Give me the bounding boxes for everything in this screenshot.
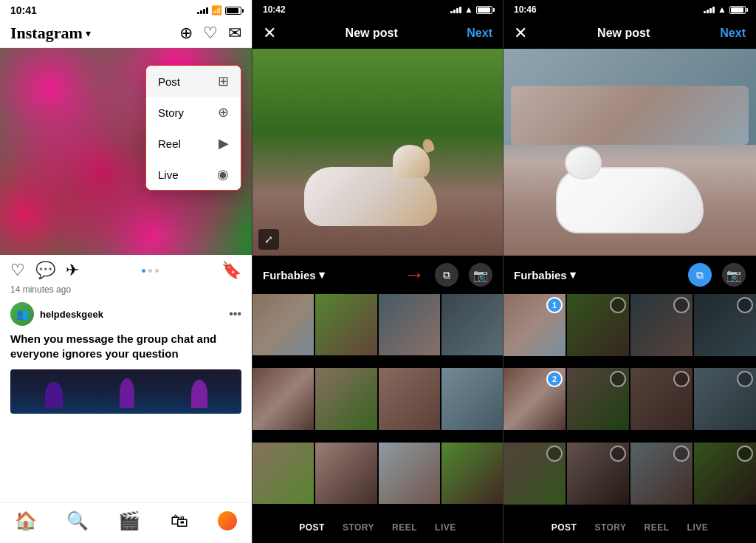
user-avatar: 👥: [10, 302, 34, 326]
gallery-cell-3-1[interactable]: 1: [504, 294, 566, 356]
gallery-cell-3-8[interactable]: [694, 368, 756, 430]
messenger-icon[interactable]: ✉: [228, 24, 241, 43]
gallery-controls-3: Furbabies ▾ ⧉ 📷: [504, 256, 756, 294]
multi-select-icon-2[interactable]: ⧉: [435, 263, 458, 287]
nav-shop-icon[interactable]: 🛍: [171, 510, 188, 531]
select-circle-2: [610, 297, 626, 313]
gallery-tabs-3: POST STORY REEL LIVE: [504, 515, 756, 543]
tab-post-3[interactable]: POST: [551, 522, 577, 533]
gallery-cell-3-12[interactable]: [694, 443, 756, 505]
gallery-cell-3-5[interactable]: 2: [504, 368, 566, 430]
signal-icon-2: [450, 6, 461, 13]
dog-body-2: [556, 167, 704, 233]
gallery-cell-4[interactable]: [441, 294, 503, 355]
story-label: Story: [158, 106, 184, 119]
wifi-icon-3: ▲: [718, 4, 726, 15]
gallery-cell-3-9[interactable]: [504, 443, 566, 505]
select-circle-9: [546, 445, 563, 462]
tab-live-2[interactable]: LIVE: [435, 522, 456, 533]
gallery-cell-3-10[interactable]: [567, 443, 629, 505]
select-badge-2: 2: [546, 371, 563, 387]
nav-home-icon[interactable]: 🏠: [15, 510, 37, 531]
gallery-cell-2[interactable]: [315, 294, 377, 355]
preview-image-2: ⤢: [252, 49, 503, 256]
battery-icon-2: [476, 6, 492, 14]
multi-select-icon-3[interactable]: ⧉: [688, 263, 712, 287]
gallery-cell-3[interactable]: [379, 294, 440, 355]
nav-reels-icon[interactable]: 🎬: [118, 510, 140, 531]
expand-button-2[interactable]: ⤢: [258, 229, 279, 250]
nav-search-icon[interactable]: 🔍: [66, 510, 89, 531]
dropdown-post[interactable]: Post ⊞: [146, 66, 241, 97]
tab-post-2[interactable]: POST: [299, 522, 325, 533]
gallery-cell-3-2[interactable]: [567, 294, 629, 356]
bottom-navigation: 🏠 🔍 🎬 🛍: [0, 502, 252, 543]
tab-reel-2[interactable]: REEL: [392, 522, 417, 533]
album-selector-3[interactable]: Furbabies ▾: [514, 268, 576, 281]
select-circle-7: [673, 371, 690, 387]
status-bar-2: 10:42 ▲: [252, 0, 503, 18]
share-icon[interactable]: ✈: [66, 261, 79, 280]
close-button-3[interactable]: ✕: [514, 24, 527, 43]
live-icon: ◉: [217, 166, 229, 182]
gallery-cell-8[interactable]: [441, 368, 503, 429]
tab-story-3[interactable]: STORY: [594, 522, 626, 533]
add-post-icon[interactable]: ⊕: [179, 24, 193, 43]
gallery-cell-3-7[interactable]: [630, 368, 693, 430]
gallery-cell-3-11[interactable]: [630, 443, 693, 505]
select-circle-10: [610, 445, 626, 462]
gallery-cell-12[interactable]: [441, 443, 503, 504]
figure-2: [120, 378, 134, 408]
comment-icon[interactable]: 💬: [35, 261, 55, 280]
gallery-cell-6[interactable]: [315, 368, 377, 429]
phone-new-post-single: 10:42 ▲ ✕ New post Next: [252, 0, 504, 543]
tab-live-3[interactable]: LIVE: [687, 522, 709, 533]
album-selector-2[interactable]: Furbabies ▾: [263, 268, 325, 281]
story-icon: ⊕: [218, 104, 229, 120]
gallery-grid-2: [252, 294, 503, 515]
user-info: 👥 helpdeskgeek: [10, 302, 103, 326]
more-options-icon[interactable]: •••: [229, 307, 241, 321]
nav-profile-avatar[interactable]: [218, 511, 237, 530]
dot-1: [142, 269, 145, 273]
new-post-title-2: New post: [346, 27, 398, 40]
tab-story-2[interactable]: STORY: [343, 522, 374, 533]
wifi-icon: 📶: [211, 5, 222, 16]
gallery-cell-3-4[interactable]: [694, 294, 756, 356]
dark-screen-2: 10:42 ▲ ✕ New post Next: [252, 0, 503, 543]
gallery-cell-11[interactable]: [379, 443, 440, 504]
gallery-cell-10[interactable]: [315, 443, 377, 504]
status-bar-3: 10:46 ▲: [504, 0, 756, 18]
select-circle-3: [673, 297, 690, 313]
gallery-right-icons-2: → ⧉ 📷: [404, 263, 492, 287]
camera-icon-3[interactable]: 📷: [722, 263, 746, 287]
dog-head-2: [565, 146, 602, 180]
dropdown-reel[interactable]: Reel ▶: [146, 128, 241, 159]
like-icon[interactable]: ♡: [10, 261, 25, 280]
save-icon[interactable]: 🔖: [221, 261, 241, 280]
next-button-2[interactable]: Next: [467, 27, 492, 40]
gallery-cell-1[interactable]: [252, 294, 314, 355]
post-label: Post: [158, 75, 180, 88]
heart-icon[interactable]: ♡: [203, 24, 218, 43]
dropdown-live[interactable]: Live ◉: [146, 159, 241, 190]
tab-reel-3[interactable]: REEL: [645, 522, 670, 533]
dog-floor-bg: [504, 49, 756, 256]
camera-icon-2[interactable]: 📷: [469, 263, 492, 287]
gallery-cell-7[interactable]: [379, 368, 440, 429]
select-badge-1: 1: [546, 297, 563, 313]
status-time-2: 10:42: [263, 4, 286, 15]
status-time-3: 10:46: [514, 4, 537, 15]
post-video-thumbnail: [10, 369, 241, 414]
next-button-3[interactable]: Next: [720, 27, 746, 40]
gallery-cell-5[interactable]: [252, 368, 314, 429]
post-timestamp: 14 minutes ago: [0, 283, 252, 298]
gallery-cell-3-6[interactable]: [567, 368, 629, 430]
select-circle-12: [737, 445, 753, 462]
close-button-2[interactable]: ✕: [263, 24, 276, 43]
gallery-cell-9[interactable]: [252, 443, 314, 504]
reel-label: Reel: [158, 137, 181, 150]
dog-body-shape: [304, 167, 437, 226]
dropdown-story[interactable]: Story ⊕: [146, 97, 241, 128]
gallery-cell-3-3[interactable]: [630, 294, 693, 356]
